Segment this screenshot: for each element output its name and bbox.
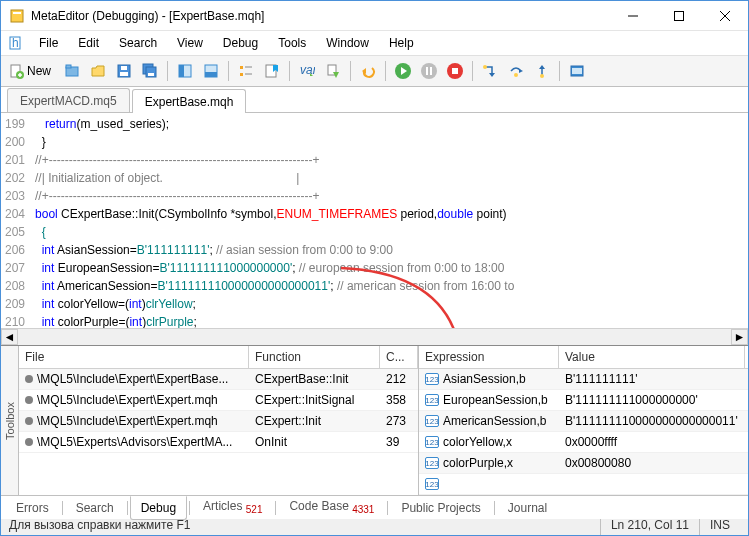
callstack-body[interactable]: \MQL5\Include\Expert\ExpertBase...CExper… [19, 369, 418, 495]
save-button[interactable] [112, 59, 136, 83]
toolbox-tab-search[interactable]: Search [65, 496, 125, 520]
new-project-button[interactable] [60, 59, 84, 83]
menu-search[interactable]: Search [109, 33, 167, 53]
insert-var-button[interactable]: var [295, 59, 319, 83]
minimize-button[interactable] [610, 1, 656, 31]
variable-icon: 123 [425, 478, 439, 490]
save-all-button[interactable] [138, 59, 162, 83]
debug-pause-button[interactable] [417, 59, 441, 83]
horizontal-scrollbar[interactable]: ◄ ► [1, 328, 748, 345]
step-over-button[interactable] [504, 59, 528, 83]
code-line[interactable]: //+-------------------------------------… [35, 187, 744, 205]
line-number: 202 [5, 169, 25, 187]
bookmark-button[interactable] [260, 59, 284, 83]
tab-expertbase[interactable]: ExpertBase.mqh [132, 89, 247, 113]
toolbox-button[interactable] [199, 59, 223, 83]
close-button[interactable] [702, 1, 748, 31]
variable-icon: 123 [425, 394, 439, 406]
watch-type: int [745, 412, 749, 430]
callstack-row[interactable]: \MQL5\Experts\Advisors\ExpertMA...OnInit… [19, 432, 418, 453]
toolbox-tab-debug[interactable]: Debug [130, 496, 187, 520]
watch-expr: EuropeanSession,b [443, 393, 548, 407]
code-line[interactable]: int AmericanSession=B'111111110000000000… [35, 277, 744, 295]
scroll-right-icon[interactable]: ► [731, 329, 748, 345]
step-into-button[interactable] [478, 59, 502, 83]
svg-text:var: var [300, 63, 315, 77]
svg-point-36 [421, 63, 437, 79]
watch-row[interactable]: 123colorPurple,x0x00800080int [419, 453, 749, 474]
menu-tools[interactable]: Tools [268, 33, 316, 53]
code-line[interactable]: int colorYellow=(int)clrYellow; [35, 295, 744, 313]
toolbox-tab-public-projects[interactable]: Public Projects [390, 496, 491, 520]
line-number: 200 [5, 133, 25, 151]
watch-expr: colorPurple,x [443, 456, 513, 470]
watch-row[interactable]: 123colorYellow,x0x0000ffffint [419, 432, 749, 453]
code-line[interactable]: bool CExpertBase::Init(CSymbolInfo *symb… [35, 205, 744, 223]
editor-area: 199200201202203204205206207208209210211 … [1, 113, 748, 345]
menu-view[interactable]: View [167, 33, 213, 53]
document-icon: h [7, 35, 23, 51]
maximize-button[interactable] [656, 1, 702, 31]
watch-expr: AsianSession,b [443, 372, 526, 386]
code-line[interactable]: int AsianSession=B'111111111'; // asian … [35, 241, 744, 259]
toolbar-sep [385, 61, 386, 81]
step-out-button[interactable] [530, 59, 554, 83]
callstack-row[interactable]: \MQL5\Include\Expert\Expert.mqhCExpert::… [19, 411, 418, 432]
undo-button[interactable] [356, 59, 380, 83]
code-content[interactable]: return(m_used_series); }//+-------------… [31, 113, 748, 328]
svg-rect-40 [452, 68, 458, 74]
watch-row-empty[interactable]: 123 [419, 474, 749, 495]
watch-header-type[interactable]: Type [745, 346, 749, 368]
code-line[interactable]: int colorPurple=(int)clrPurple; [35, 313, 744, 328]
toolbox-tab-journal[interactable]: Journal [497, 496, 558, 520]
callstack-header-file[interactable]: File [19, 346, 249, 368]
stack-dot-icon [25, 396, 33, 404]
toolbox-side-label[interactable]: Toolbox [1, 346, 19, 495]
menu-help[interactable]: Help [379, 33, 424, 53]
debug-stop-button[interactable] [443, 59, 467, 83]
watch-row[interactable]: 123AmericanSession,bB'111111110000000000… [419, 411, 749, 432]
code-line[interactable]: return(m_used_series); [35, 115, 744, 133]
watch-val: B'111111111000000000' [559, 391, 745, 409]
list-func-button[interactable] [234, 59, 258, 83]
status-hint: Для вызова справки нажмите F1 [9, 518, 190, 532]
toolbox-tab-errors[interactable]: Errors [5, 496, 60, 520]
callstack-row[interactable]: \MQL5\Include\Expert\ExpertBase...CExper… [19, 369, 418, 390]
compile-button[interactable] [321, 59, 345, 83]
tab-expertmacd[interactable]: ExpertMACD.mq5 [7, 88, 130, 112]
new-button-label: New [27, 64, 51, 78]
watch-header-expr[interactable]: Expression [419, 346, 559, 368]
stack-func: OnInit [249, 433, 380, 451]
watch-body[interactable]: 123AsianSession,bB'111111111'int123Europ… [419, 369, 749, 495]
menu-window[interactable]: Window [316, 33, 379, 53]
callstack-row[interactable]: \MQL5\Include\Expert\Expert.mqhCExpert::… [19, 390, 418, 411]
code-line[interactable]: { [35, 223, 744, 241]
code-line[interactable]: //| Initialization of object. | [35, 169, 744, 187]
callstack-header-func[interactable]: Function [249, 346, 380, 368]
new-button[interactable]: New [5, 59, 58, 83]
code-line[interactable]: } [35, 133, 744, 151]
debug-start-button[interactable] [391, 59, 415, 83]
callstack-header-line[interactable]: C... [380, 346, 418, 368]
menu-edit[interactable]: Edit [68, 33, 109, 53]
callstack-pane: File Function C... \MQL5\Include\Expert\… [19, 346, 419, 495]
toolbox-tab-articles[interactable]: Articles 521 [192, 494, 273, 520]
menu-file[interactable]: File [29, 33, 68, 53]
code-line[interactable]: int EuropeanSession=B'111111111000000000… [35, 259, 744, 277]
toolbar: New var [1, 55, 748, 87]
terminal-button[interactable] [565, 59, 589, 83]
badge: 521 [246, 505, 263, 516]
svg-text:h: h [12, 36, 19, 50]
menu-debug[interactable]: Debug [213, 33, 268, 53]
watch-row[interactable]: 123EuropeanSession,bB'111111111000000000… [419, 390, 749, 411]
open-button[interactable] [86, 59, 110, 83]
scroll-left-icon[interactable]: ◄ [1, 329, 18, 345]
watch-type: int [745, 454, 749, 472]
toolbox-tab-code-base[interactable]: Code Base 4331 [278, 494, 385, 520]
code-editor[interactable]: 199200201202203204205206207208209210211 … [1, 113, 748, 328]
watch-header-val[interactable]: Value [559, 346, 745, 368]
svg-marker-43 [519, 69, 523, 73]
watch-row[interactable]: 123AsianSession,bB'111111111'int [419, 369, 749, 390]
code-line[interactable]: //+-------------------------------------… [35, 151, 744, 169]
navigator-button[interactable] [173, 59, 197, 83]
